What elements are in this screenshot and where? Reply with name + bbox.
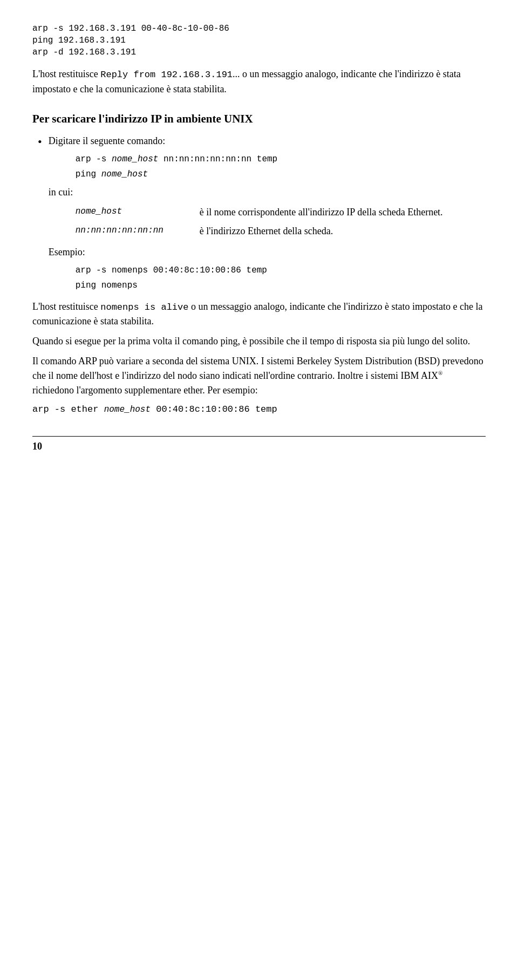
lhost-text2: L'host restituisce <box>32 301 100 312</box>
cmd2-prefix: ping <box>76 169 101 179</box>
intro-line3: arp -d 192.168.3.191 <box>32 47 486 57</box>
bullet-label: Digitare il seguente comando: <box>49 135 165 146</box>
definition-table: nome_host è il nome corrispondente all'i… <box>76 205 453 239</box>
table-row-1: nome_host è il nome corrispondente all'i… <box>76 205 453 220</box>
cmd2-line: ping nome_host <box>76 168 453 181</box>
table-right-1: è il nome corrispondente all'indirizzo I… <box>200 205 453 220</box>
indented-commands: arp -s nome_host nn:nn:nn:nn:nn:nn temp … <box>76 153 453 181</box>
cmd1-italic: nome_host <box>112 154 158 164</box>
paragraph2-part1: Il comando ARP può variare a seconda del… <box>32 356 483 381</box>
esempio-commands: arp -s nomenps 00:40:8c:10:00:86 temp pi… <box>76 264 453 292</box>
incui-label: in cui: <box>49 185 453 200</box>
page-number-area: 10 <box>32 436 486 452</box>
cmd1-code: nn:nn:nn:nn:nn:nn <box>158 154 251 164</box>
paragraph2-part2: richiedono l'argomento supplementare eth… <box>32 385 258 396</box>
lhost-code2: nomenps is alive <box>100 302 188 312</box>
table-left-2: nn:nn:nn:nn:nn:nn <box>76 224 200 237</box>
table-right-2: è l'indirizzo Ethernet della scheda. <box>200 224 453 239</box>
paragraph2: Il comando ARP può variare a seconda del… <box>32 354 486 398</box>
intro-block: arp -s 192.168.3.191 00-40-8c-10-00-86 p… <box>32 24 486 57</box>
esempio-label: Esempio: <box>49 245 453 260</box>
intro-line2: ping 192.168.3.191 <box>32 36 486 45</box>
cmd1-prefix: arp -s <box>76 154 112 164</box>
esempio-cmd2: ping nomenps <box>76 279 453 292</box>
lhost-paragraph1: L'host restituisce Reply from 192.168.3.… <box>32 67 486 97</box>
cmd2-italic: nome_host <box>101 169 148 179</box>
cmd1-suffix: temp <box>251 154 277 164</box>
cmd1-line: arp -s nome_host nn:nn:nn:nn:nn:nn temp <box>76 153 453 166</box>
final-cmd-prefix: arp -s ether <box>32 404 104 414</box>
final-cmd-suffix: 00:40:8c:10:00:86 temp <box>151 404 277 414</box>
esempio-cmd1: arp -s nomenps 00:40:8c:10:00:86 temp <box>76 264 453 277</box>
page-content: arp -s 192.168.3.191 00-40-8c-10-00-86 p… <box>32 24 486 452</box>
bullet-dot: • <box>38 134 42 151</box>
page-number: 10 <box>32 441 42 452</box>
final-cmd-italic: nome_host <box>104 405 151 414</box>
table-left-1: nome_host <box>76 205 200 218</box>
intro-line1: arp -s 192.168.3.191 00-40-8c-10-00-86 <box>32 24 486 33</box>
paragraph2-super: ® <box>438 370 442 376</box>
final-command-line: arp -s ether nome_host 00:40:8c:10:00:86… <box>32 403 486 414</box>
paragraph1: Quando si esegue per la prima volta il c… <box>32 334 486 349</box>
lhost-code1: Reply from 192.168.3.191 <box>100 70 233 80</box>
lhost-paragraph2: L'host restituisce nomenps is alive o un… <box>32 300 486 329</box>
lhost-text1: L'host restituisce <box>32 69 100 79</box>
section-heading: Per scaricare l'indirizzo IP in ambiente… <box>32 112 486 126</box>
bullet-content: Digitare il seguente comando: arp -s nom… <box>49 134 453 296</box>
bullet-item: • Digitare il seguente comando: arp -s n… <box>38 134 486 296</box>
table-row-2: nn:nn:nn:nn:nn:nn è l'indirizzo Ethernet… <box>76 224 453 239</box>
